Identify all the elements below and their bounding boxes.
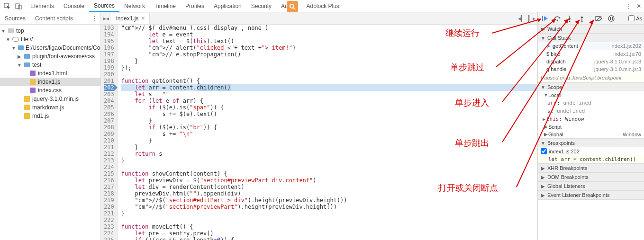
xhr-bp-header[interactable]: ▶XHR Breakpoints <box>538 164 644 172</box>
stack-frame[interactable]: ➤getContentindex1.js:202 <box>538 42 644 50</box>
pause-exceptions-button[interactable] <box>606 14 617 23</box>
resume-button[interactable] <box>540 14 550 23</box>
code-area[interactable]: 1931941951961971981992002012022032042052… <box>101 25 537 240</box>
scope-section-header[interactable]: ▼Scope <box>538 83 644 91</box>
tree-file-origin[interactable]: ▼file:// <box>0 35 100 44</box>
stack-frame[interactable]: dispatchjquery-3.1.0.min.js:3 <box>538 58 644 65</box>
scope-variable[interactable]: s: undefined <box>538 107 644 115</box>
svg-point-14 <box>581 20 583 22</box>
svg-rect-18 <box>612 17 613 20</box>
sources-subtab[interactable]: Sources <box>0 13 30 24</box>
navigator-more-icon[interactable]: ⋮ <box>89 15 100 22</box>
annotation-toggle-bp: 打开或关闭断点 <box>438 182 498 194</box>
svg-rect-17 <box>610 17 611 20</box>
step-over-button[interactable] <box>552 14 562 23</box>
scope-script[interactable]: ▶Script <box>538 123 644 131</box>
tree-file-jquery[interactable]: jquery-3.1.0.min.js <box>0 95 100 103</box>
watch-section-header[interactable]: ▶Watch <box>538 25 644 33</box>
breakpoint-item[interactable]: index1.js:202 <box>538 147 644 155</box>
tree-path[interactable]: ▼E:/Users/ligao/Documents/Code <box>0 44 100 52</box>
tab-profiles[interactable]: Profiles <box>181 1 209 11</box>
annotation-resume: 继续运行 <box>445 27 480 39</box>
tree-file-html[interactable]: index1.html <box>0 69 100 78</box>
stack-frame[interactable]: $.bindindex1.js:70 <box>538 50 644 58</box>
scope-variable[interactable]: arr: undefined <box>538 99 644 107</box>
svg-rect-1 <box>16 4 19 9</box>
global-listeners-header[interactable]: ▶Global Listeners <box>538 182 644 190</box>
open-file-tab[interactable]: index1.js × <box>111 13 150 24</box>
device-icon[interactable] <box>14 2 23 10</box>
svg-point-3 <box>290 4 294 8</box>
code-body[interactable]: "cm">// $( div#menu ).css( display , non… <box>118 25 537 240</box>
step-into-button[interactable] <box>564 14 575 23</box>
step-out-button[interactable] <box>577 14 587 23</box>
event-listener-bp-header[interactable]: ▶Event Listener Breakpoints <box>538 191 644 199</box>
breakpoints-section-header[interactable]: ▼Breakpoints <box>538 139 644 147</box>
scope-body: ▼Local arr: undefineds: undefined ▶this:… <box>538 91 644 138</box>
deactivate-breakpoints-button[interactable] <box>594 14 604 23</box>
tree-file-markdown[interactable]: markdown.js <box>0 103 100 112</box>
breakpoint-code: let arr = content.children() <box>538 155 644 163</box>
annotation-step-out: 单步跳出 <box>455 137 489 149</box>
pause-message: Paused on a JavaScript breakpoint. <box>538 73 644 82</box>
file-tree: ▼top ▼file:// ▼E:/Users/ligao/Documents/… <box>0 25 100 122</box>
tab-console[interactable]: Console <box>59 1 89 11</box>
async-checkbox[interactable]: As <box>628 15 642 21</box>
scope-this[interactable]: ▶this: Window <box>538 115 644 123</box>
highlight-search-icon <box>287 1 298 12</box>
content-scripts-subtab[interactable]: Content scripts <box>30 13 78 24</box>
debugger-toolbar: As <box>538 12 644 25</box>
navigator-pane: Sources Content scripts ⋮ ▼top ▼file:// … <box>0 12 101 240</box>
tab-network[interactable]: Network <box>119 1 150 11</box>
tree-folder-test[interactable]: ▼test <box>0 61 100 69</box>
open-file-name: index1.js <box>116 15 138 22</box>
more-icon[interactable]: ⋮ <box>626 3 632 9</box>
tab-application[interactable]: Application <box>209 1 246 11</box>
line-gutter[interactable]: 1931941951961971981992002012022032042052… <box>101 25 118 240</box>
prev-tab-icon[interactable]: ◂▎ <box>516 15 526 22</box>
inspect-icon[interactable] <box>3 2 11 10</box>
svg-point-16 <box>608 16 614 21</box>
editor-pane: ▸◂ index1.js × ◂▎ ▎▸ 1931941951961971981… <box>101 12 537 240</box>
callstack-body: ➤getContentindex1.js:202$.bindindex1.js:… <box>538 42 644 73</box>
tab-sources[interactable]: Sources <box>89 0 119 12</box>
annotation-step-over: 单步跳过 <box>450 62 484 73</box>
tree-file-md1[interactable]: md1.js <box>0 112 100 120</box>
tree-file-css[interactable]: index.css <box>0 86 100 95</box>
svg-point-8 <box>557 19 558 21</box>
dom-bp-header[interactable]: ▶DOM Breakpoints <box>538 173 644 181</box>
tab-elements[interactable]: Elements <box>26 1 59 11</box>
debugger-pane: As ▶Watch ▼Call Stack ➤getContentindex1.… <box>537 12 644 240</box>
tab-timeline[interactable]: Timeline <box>150 1 181 11</box>
tab-security[interactable]: Security <box>246 1 276 11</box>
tree-file-indexjs[interactable]: index1.js <box>0 78 100 86</box>
scope-local[interactable]: ▼Local <box>538 91 644 99</box>
close-tab-icon[interactable]: × <box>141 15 145 22</box>
tree-top[interactable]: ▼top <box>0 27 100 35</box>
annotation-step-into: 单步进入 <box>455 97 489 108</box>
svg-line-4 <box>293 8 295 9</box>
svg-rect-5 <box>542 16 543 21</box>
devtools-top-toolbar: Elements Console Sources Network Timelin… <box>0 0 644 12</box>
svg-point-11 <box>569 20 571 22</box>
scope-global[interactable]: ▶GlobalWindow <box>538 131 644 138</box>
close-icon[interactable]: ✕ <box>636 3 641 9</box>
svg-marker-7 <box>559 17 561 19</box>
next-tab-icon[interactable]: ▎▸ <box>526 15 537 22</box>
tab-adblock[interactable]: Adblock Plus <box>301 1 344 11</box>
stack-frame[interactable]: q.handlejquery-3.1.0.min.js:3 <box>538 65 644 73</box>
callstack-section-header[interactable]: ▼Call Stack <box>538 34 644 42</box>
svg-marker-13 <box>581 16 583 18</box>
svg-marker-6 <box>544 16 548 21</box>
svg-marker-10 <box>568 18 571 20</box>
tree-folder-plugin[interactable]: ▶plugin/font-awesome/css <box>0 52 100 61</box>
toggle-navigator-icon[interactable]: ▸◂ <box>101 15 111 22</box>
